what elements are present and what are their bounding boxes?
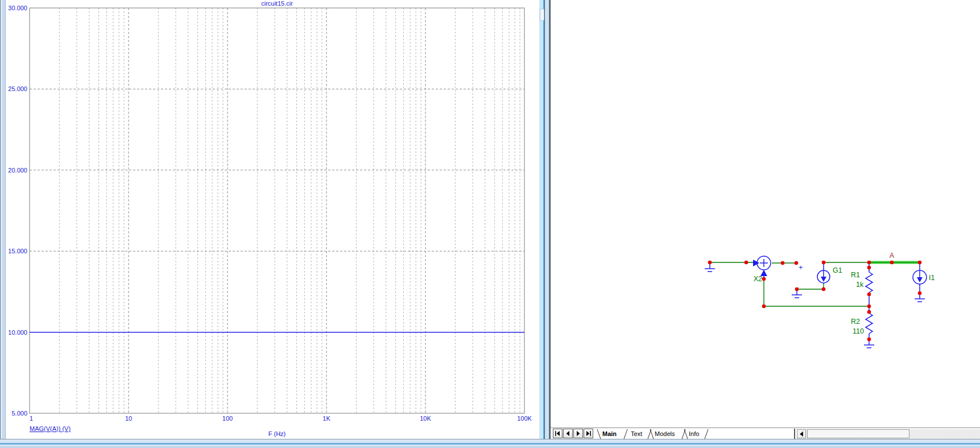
component-label-x2[interactable]: X2 bbox=[754, 275, 762, 283]
x-axis-tick-label: 1 bbox=[30, 415, 33, 422]
plot-window-left-border bbox=[0, 0, 6, 439]
scroll-left-button[interactable] bbox=[797, 429, 806, 438]
y-axis-tick-label: 5.000 bbox=[11, 410, 27, 417]
y-axis-tick-label: 15.000 bbox=[8, 248, 27, 254]
component-label-g1[interactable]: G1 bbox=[833, 266, 842, 274]
vertical-scrollbar-thumb[interactable] bbox=[540, 9, 544, 21]
component-label-i1[interactable]: I1 bbox=[929, 274, 934, 282]
horizontal-scrollbar[interactable] bbox=[797, 429, 980, 439]
plot-window-right-border bbox=[539, 0, 551, 439]
first-page-icon bbox=[555, 431, 561, 436]
bode-plot: 30.00025.00020.00015.00010.0005.00011010… bbox=[6, 0, 539, 439]
tab-strip: MainTextModelsInfo bbox=[596, 428, 718, 439]
tab-navigation-buttons bbox=[553, 429, 593, 438]
y-axis-tick-label: 10.000 bbox=[8, 329, 27, 336]
tabstrip-end-divider bbox=[794, 429, 795, 439]
tab-text[interactable]: Text bbox=[631, 430, 642, 437]
last-page-icon bbox=[585, 431, 592, 436]
horizontal-scrollbar-thumb[interactable] bbox=[807, 429, 909, 438]
junction-dots bbox=[708, 261, 922, 342]
application-window: 30.00025.00020.00015.00010.0005.00011010… bbox=[0, 0, 980, 448]
x-axis-tick-label: 10K bbox=[420, 415, 431, 422]
x-axis-tick-label: 10 bbox=[125, 415, 132, 422]
plot-axis-labels: 30.00025.00020.00015.00010.0005.00011010… bbox=[8, 5, 532, 422]
tab-main[interactable]: Main bbox=[602, 430, 617, 437]
node-label-a[interactable]: A bbox=[890, 252, 895, 260]
component-label-r1[interactable]: R1 bbox=[851, 271, 860, 279]
window-bottom-border bbox=[0, 439, 980, 448]
first-page-button[interactable] bbox=[553, 429, 563, 438]
left-arrow-icon bbox=[800, 431, 803, 437]
x-axis-tick-label: 100K bbox=[517, 415, 532, 422]
component-label-r2[interactable]: R2 bbox=[851, 318, 860, 326]
x-axis-tick-label: 100 bbox=[222, 415, 233, 422]
component-value-r2[interactable]: 110 bbox=[853, 327, 864, 335]
prev-page-button[interactable] bbox=[563, 429, 573, 438]
y-axis-tick-label: 20.000 bbox=[8, 167, 27, 174]
page-tab-bar: MainTextModelsInfo bbox=[551, 428, 980, 439]
analysis-plot-pane[interactable]: 30.00025.00020.00015.00010.0005.00011010… bbox=[6, 0, 539, 439]
tab-models[interactable]: Models bbox=[655, 430, 675, 437]
y-axis-tick-label: 25.000 bbox=[8, 85, 27, 92]
wires[interactable] bbox=[710, 262, 869, 306]
plot-title: circuit15.cir bbox=[261, 0, 293, 7]
schematic-canvas[interactable]: X2 G1 R1 1k R2 110 I1 A + bbox=[551, 0, 980, 428]
y-axis-tick-label: 30.000 bbox=[8, 5, 27, 11]
next-page-button[interactable] bbox=[573, 429, 583, 438]
component-g1-current-source-icon[interactable] bbox=[817, 262, 830, 283]
last-page-button[interactable] bbox=[584, 429, 593, 438]
component-value-r1[interactable]: 1k bbox=[856, 281, 864, 289]
component-i1-current-source-icon[interactable] bbox=[913, 262, 927, 293]
plot-frame bbox=[30, 8, 524, 413]
plus-marker: + bbox=[799, 263, 803, 272]
tab-info[interactable]: Info bbox=[689, 430, 699, 437]
x-axis-title: F (Hz) bbox=[268, 430, 286, 437]
x-axis-tick-label: 1K bbox=[322, 415, 330, 422]
schematic-drawing: X2 G1 R1 1k R2 110 I1 A + bbox=[551, 0, 980, 428]
prev-page-icon bbox=[565, 431, 571, 436]
plot-grid bbox=[30, 8, 524, 413]
next-page-icon bbox=[575, 431, 581, 436]
trace-legend-label[interactable]: MAG(V(A)) (V) bbox=[30, 425, 71, 432]
